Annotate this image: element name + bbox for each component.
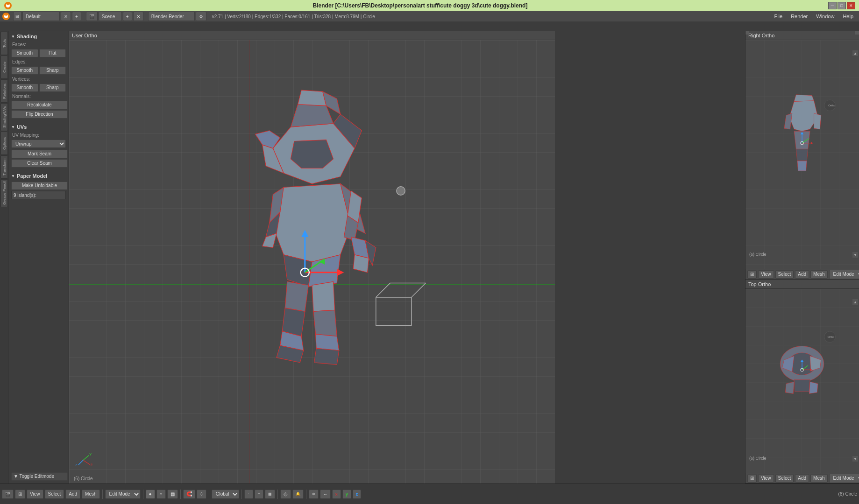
rp-bottom-select-button[interactable]: Select [775, 474, 794, 483]
toggle-editmode-button[interactable]: ▼ Toggle Editmode [11, 472, 68, 481]
rp-top-mode-select[interactable]: Edit Mode [829, 270, 859, 279]
menu-window[interactable]: Window [812, 13, 838, 20]
tools-tab[interactable]: Tools [0, 32, 8, 55]
uv-mapping-select[interactable]: Unwrap [11, 140, 66, 148]
flip-direction-button[interactable]: Flip Direction [11, 110, 68, 119]
window-controls: ─ □ ✕ [828, 2, 855, 9]
proportional-falloff[interactable]: 🔔 [292, 490, 304, 499]
rp-top-view-button[interactable]: View [758, 270, 774, 279]
relations-tab[interactable]: Relations [0, 79, 8, 103]
right-panel-top-label: Right Ortho [748, 33, 774, 38]
viewport-circle-info: (6) Circle [74, 476, 93, 481]
engine-settings[interactable]: ⚙ [196, 12, 206, 21]
rp-bottom-view-icon[interactable]: ⊞ [747, 474, 757, 483]
rp-bottom-mode-select[interactable]: Edit Mode [829, 474, 859, 483]
face-select[interactable]: ▦ [265, 490, 275, 499]
rp-top-scroll-down[interactable]: ▼ [852, 252, 858, 258]
workspace-layout-icon[interactable]: ⊞ [13, 12, 21, 21]
svg-marker-33 [314, 348, 339, 364]
mesh-button[interactable]: Mesh [82, 490, 99, 499]
rp-top-select-button[interactable]: Select [775, 270, 794, 279]
snap-type[interactable]: ⬡ [197, 490, 206, 499]
workspace-add[interactable]: + [72, 12, 81, 21]
rp-top-add-button[interactable]: Add [795, 270, 809, 279]
viewport-shading-wire[interactable]: ○ [156, 490, 166, 499]
right-panel-top-canvas[interactable]: Ortho (6) Circle ▲ ▼ [745, 40, 859, 269]
rp-bottom-add-button[interactable]: Add [795, 474, 809, 483]
rp-bottom-mesh-button[interactable]: Mesh [810, 474, 827, 483]
edge-select[interactable]: ━ [255, 490, 263, 499]
rp-top-mesh-button[interactable]: Mesh [810, 270, 827, 279]
make-unfoldable-button[interactable]: Make Unfoldable [11, 182, 68, 190]
faces-flat-button[interactable]: Flat [39, 49, 66, 57]
rp-top-view-icon[interactable]: ⊞ [747, 270, 757, 279]
options-tab[interactable]: Options [0, 132, 8, 155]
recalculate-button[interactable]: Recalculate [11, 101, 68, 109]
vertices-sharp-button[interactable]: Sharp [39, 84, 66, 92]
menu-file[interactable]: File [770, 13, 786, 20]
minimize-button[interactable]: ─ [828, 2, 837, 9]
rp-top-resize-tr[interactable] [855, 31, 859, 35]
normals-label: Normals: [10, 93, 67, 100]
workspace-close[interactable]: ✕ [61, 12, 71, 21]
viewport-icon[interactable]: ⊞ [15, 490, 25, 499]
faces-smooth-button[interactable]: Smooth [11, 49, 38, 57]
edit-mode-select[interactable]: Edit Mode [105, 490, 141, 499]
viewport-canvas[interactable]: .face { fill: #6a7080; stroke: #cc3333; … [69, 40, 555, 483]
main-viewport[interactable]: User Ortho .face { fill: #6a7080; stroke… [69, 31, 555, 483]
paper-model-header[interactable]: ▼ Paper Model [10, 172, 67, 180]
create-tab[interactable]: Create [0, 56, 8, 79]
menu-help[interactable]: Help [839, 13, 857, 20]
manipulator-type-x[interactable]: x [332, 490, 341, 499]
shading-section: ▼ Shading Faces: Smooth Flat Edges: Smoo… [10, 33, 67, 120]
proportional-edit[interactable]: ◎ [280, 490, 291, 499]
3d-model-svg: .face { fill: #6a7080; stroke: #cc3333; … [166, 84, 458, 439]
rp-top-resize-tl[interactable] [745, 31, 749, 35]
scene-add[interactable]: + [123, 12, 132, 21]
shading-header[interactable]: ▼ Shading [10, 33, 67, 40]
snap-enable[interactable]: 🧲 [183, 490, 195, 499]
rp-bottom-scroll-up[interactable]: ▲ [852, 299, 858, 305]
right-panel-bottom: Top Ortho [745, 280, 859, 483]
viewport-shading-textured[interactable]: ▦ [167, 490, 178, 499]
engine-name[interactable]: Blender Render [148, 12, 195, 21]
edges-sharp-button[interactable]: Sharp [39, 66, 66, 75]
right-panel-top-header: Right Ortho [745, 31, 859, 40]
scene-name[interactable]: Scene [99, 12, 122, 21]
add-button[interactable]: Add [65, 490, 80, 499]
shading-uvs-tab[interactable]: Shading/UVs [0, 103, 8, 131]
right-panel-bottom-header: Top Ortho [745, 280, 859, 289]
right-panel-top-model: Ortho [762, 63, 842, 223]
rp-top-scroll-up[interactable]: ▲ [852, 50, 858, 56]
clear-seam-button[interactable]: Clear Seam [11, 159, 68, 168]
edges-smooth-button[interactable]: Smooth [11, 66, 38, 75]
transform-tab[interactable]: Transform [0, 155, 8, 179]
select-button[interactable]: Select [45, 490, 64, 499]
vertices-smooth-button[interactable]: Smooth [11, 84, 38, 92]
viewport-shading-solid[interactable]: ● [146, 490, 155, 499]
svg-marker-58 [797, 161, 807, 171]
bottom-bar: 🎬 ⊞ View Select Add Mesh Edit Mode ● ○ ▦… [0, 483, 859, 504]
maximize-button[interactable]: □ [838, 2, 846, 9]
manipulator-type-y[interactable]: y [342, 490, 351, 499]
right-panel-top-inner: Ortho (6) Circle ▲ ▼ [745, 40, 859, 269]
manipulator-enable[interactable]: ↔ [320, 490, 331, 499]
uvs-header[interactable]: ▼ UVs [10, 123, 67, 131]
grease-pencil-tab[interactable]: Grease Pencil [0, 179, 8, 207]
manipulator-type-z[interactable]: z [353, 490, 362, 499]
rp-bottom-view-button[interactable]: View [758, 474, 774, 483]
mark-seam-button[interactable]: Mark Seam [11, 150, 68, 158]
scene-remove[interactable]: ✕ [133, 12, 143, 21]
vertex-select[interactable]: ⬝ [244, 490, 253, 499]
render-icon[interactable]: 🎬 [2, 490, 14, 499]
menu-render[interactable]: Render [787, 13, 811, 20]
toolbar-separator-6 [277, 490, 278, 499]
transform-orientation[interactable]: Global [212, 490, 239, 499]
pivot-center[interactable]: ⊕ [309, 490, 319, 499]
right-panel-bottom-canvas[interactable]: Ortho (6) Circle ▲ ▼ [745, 289, 859, 473]
scene-icon[interactable]: 🎬 [86, 12, 98, 21]
rp-bottom-scroll-down[interactable]: ▼ [852, 456, 858, 462]
close-button[interactable]: ✕ [847, 2, 855, 9]
view-button[interactable]: View [27, 490, 43, 499]
workspace-name[interactable]: Default [22, 12, 60, 21]
